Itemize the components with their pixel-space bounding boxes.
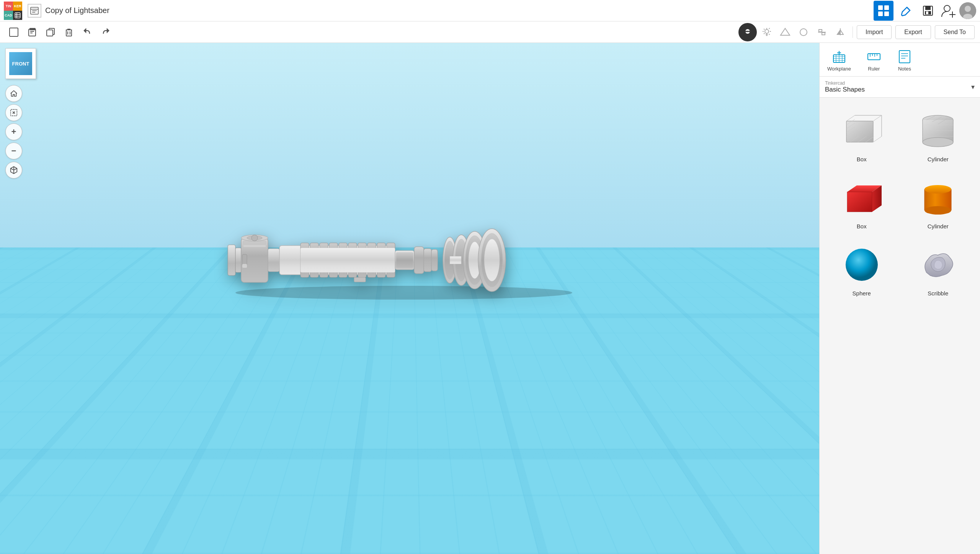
shape-tool[interactable] [777,24,794,41]
shape-canvas-box-gray [835,108,889,154]
collapse-panel-button[interactable]: › [810,287,819,310]
front-card-inner: FRONT [9,52,32,75]
shape-cylinder-gray[interactable]: Cylinder [900,102,977,169]
svg-point-34 [747,31,748,32]
logo-icon [13,11,22,20]
shape-label-cylinder-gray: Cylinder [928,156,949,162]
front-card[interactable]: FRONT [5,48,36,79]
svg-point-140 [846,249,878,281]
mirror-tool[interactable] [832,24,849,41]
logo-cad: CAD [4,11,13,20]
topbar: TIN KER CAD Copy of Lightsaber [0,0,980,21]
bottom-status-bar: Edit Grid Snap Grid 1.0 mm ▲ ▼ [726,541,819,554]
chevron-down-icon[interactable]: ▾ [971,83,975,91]
project-icon [28,4,41,18]
snap-down-arrow[interactable]: ▼ [810,547,814,552]
ruler-tool[interactable]: Ruler [862,47,885,74]
shape-box-red[interactable]: Box [823,169,900,236]
logo: TIN KER CAD [4,2,22,20]
grid-view-button[interactable] [874,1,893,21]
shape-cylinder-orange[interactable]: Cylinder [900,169,977,236]
front-label: FRONT [5,48,36,79]
provider-label: Tinkercad [825,80,971,86]
viewport[interactable]: FRONT + − [0,43,819,554]
svg-rect-53 [243,245,266,247]
add-user-button[interactable] [940,2,957,19]
shape-sphere-blue[interactable]: Sphere [823,236,900,303]
copy-tool[interactable] [42,24,59,41]
svg-line-108 [846,115,855,121]
undo-tool[interactable] [79,24,96,41]
main-content: FRONT + − [0,43,980,554]
logo-tin: TIN [4,2,13,11]
shape-canvas-scribble [911,242,965,288]
paste-tool[interactable] [24,24,41,41]
svg-point-124 [923,138,953,147]
svg-point-137 [924,206,951,215]
workplane-tool[interactable]: Workplane [823,47,855,74]
shapes-grid: Box [820,98,980,307]
ruler-label: Ruler [868,66,880,72]
zoom-in-control[interactable]: + [5,123,22,140]
svg-point-35 [748,31,750,32]
shape-scribble[interactable]: Scribble [900,236,977,303]
shape-label-cylinder-orange: Cylinder [928,223,949,229]
svg-rect-50 [235,248,241,272]
svg-rect-29 [66,30,72,36]
right-panel-tools: Workplane Ruler [820,43,980,77]
category-label: Basic Shapes [825,86,971,93]
svg-rect-13 [925,6,931,10]
svg-rect-88 [354,277,366,282]
svg-line-110 [873,136,882,142]
lightsaber-container [41,120,778,401]
import-button[interactable]: Import [857,25,892,39]
svg-rect-10 [878,11,883,16]
svg-rect-76 [431,249,438,271]
svg-rect-81 [450,256,461,264]
shape-library-selector[interactable]: Tinkercad Basic Shapes ▾ [820,77,980,98]
svg-point-87 [484,239,500,281]
shape-label-scribble: Scribble [928,290,948,297]
circle-tool[interactable] [795,24,812,41]
fit-control[interactable] [5,104,22,121]
align-tool[interactable] [813,24,830,41]
avatar[interactable] [959,2,976,19]
svg-rect-27 [47,30,53,36]
export-button[interactable]: Export [895,25,931,39]
shape-label-box-red: Box [857,223,867,229]
notes-tool[interactable]: Notes [893,47,916,74]
edit-grid-label[interactable]: Edit Grid [732,544,753,551]
shape-canvas-box-red [835,175,889,221]
redo-tool[interactable] [97,24,114,41]
shape-box-gray[interactable]: Box [823,102,900,169]
svg-rect-74 [414,247,424,274]
3d-control[interactable] [5,162,22,179]
action-buttons: Import Export Send To [857,25,975,39]
send-to-button[interactable]: Send To [935,25,975,39]
snap-grid-control: Snap Grid 1.0 mm ▲ ▼ [756,543,814,552]
svg-rect-75 [424,249,431,272]
project-title: Copy of Lightsaber [45,6,459,15]
viewport-controls: + − [5,85,22,179]
zoom-out-control[interactable]: − [5,143,22,159]
light-tool[interactable] [758,24,775,41]
shape-canvas-sphere-blue [835,242,889,288]
snap-up-arrow[interactable]: ▲ [810,543,814,547]
select-tool[interactable] [5,24,22,41]
svg-rect-103 [899,51,910,63]
shape-label-box-gray: Box [857,156,867,162]
comment-tool[interactable] [738,23,757,41]
delete-tool[interactable] [60,24,77,41]
logo-ker: KER [13,2,22,11]
snap-arrows[interactable]: ▲ ▼ [810,543,814,552]
snap-value[interactable]: 1.0 mm [783,543,808,552]
svg-rect-11 [884,11,889,16]
home-control[interactable] [5,85,22,102]
svg-rect-0 [15,13,20,18]
svg-point-136 [924,185,951,193]
svg-point-16 [944,5,950,11]
save-button[interactable] [918,1,938,21]
edit-button[interactable] [896,1,916,21]
svg-rect-59 [268,249,279,272]
svg-rect-52 [243,241,266,244]
